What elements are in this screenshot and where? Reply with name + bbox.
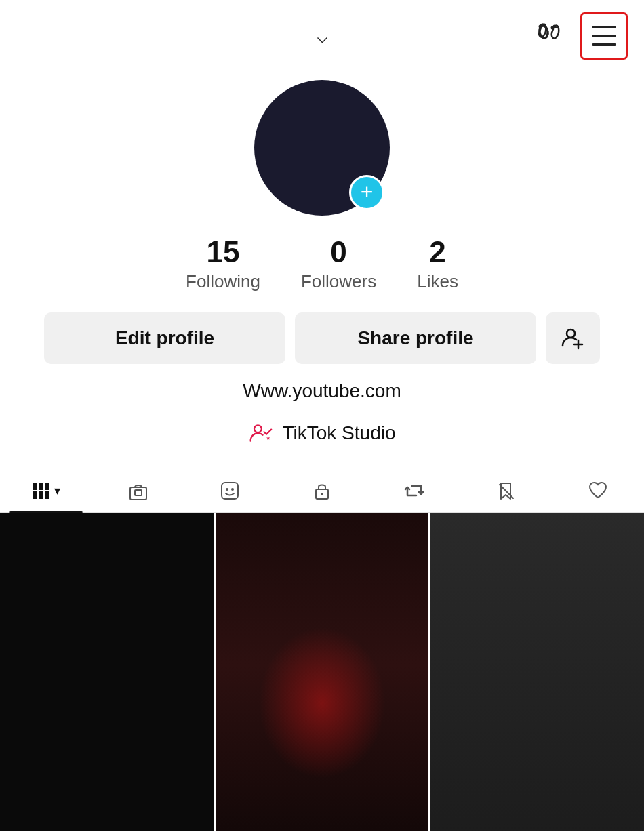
profile-section: + 15 Following 0 Followers 2 Likes Edit … xyxy=(0,66,644,467)
add-avatar-button[interactable]: + xyxy=(349,175,384,210)
plus-icon: + xyxy=(361,181,374,203)
tab-bar: ▾ xyxy=(0,467,644,513)
svg-rect-17 xyxy=(45,491,49,499)
svg-rect-20 xyxy=(222,483,238,499)
followers-stat[interactable]: 0 Followers xyxy=(301,236,376,292)
action-row: Edit profile Share profile xyxy=(44,312,600,364)
svg-point-22 xyxy=(231,488,234,491)
footprint-icon[interactable] xyxy=(534,22,568,49)
tab-private[interactable] xyxy=(276,467,368,512)
tab-bookmark[interactable] xyxy=(460,467,552,512)
tab-dropdown-arrow[interactable]: ▾ xyxy=(54,483,60,498)
menu-line-2 xyxy=(592,35,616,37)
chevron-down-icon[interactable]: ⌵ xyxy=(317,26,328,47)
followers-label: Followers xyxy=(301,271,376,292)
svg-rect-13 xyxy=(39,483,43,490)
top-bar-right xyxy=(534,12,628,60)
tiktok-studio-row[interactable]: TikTok Studio xyxy=(248,421,395,445)
video-thumb-2[interactable] xyxy=(216,513,429,831)
add-friend-button[interactable] xyxy=(546,312,600,364)
lock-icon xyxy=(312,481,332,501)
video-thumb-3[interactable] xyxy=(430,513,644,831)
svg-point-21 xyxy=(226,488,228,491)
svg-rect-12 xyxy=(33,483,37,490)
svg-rect-15 xyxy=(33,491,37,499)
likes-count: 2 xyxy=(429,236,445,268)
following-label: Following xyxy=(186,271,260,292)
tab-like[interactable] xyxy=(552,467,644,512)
tab-posts[interactable]: ▾ xyxy=(0,467,92,512)
svg-point-8 xyxy=(567,329,575,338)
add-friend-icon xyxy=(561,326,585,350)
video-thumb-1[interactable] xyxy=(0,513,214,831)
shop-icon xyxy=(128,481,148,501)
tiktok-studio-icon xyxy=(248,421,273,445)
followers-count: 0 xyxy=(330,236,346,268)
menu-line-1 xyxy=(592,26,616,28)
menu-line-3 xyxy=(592,43,616,46)
svg-point-24 xyxy=(321,493,323,495)
svg-point-11 xyxy=(254,426,262,433)
top-bar: ⌵ xyxy=(0,0,644,66)
svg-rect-14 xyxy=(45,483,49,490)
following-stat[interactable]: 15 Following xyxy=(186,236,260,292)
avatar-wrapper: + xyxy=(254,80,390,216)
tab-shop[interactable] xyxy=(92,467,184,512)
stats-row: 15 Following 0 Followers 2 Likes xyxy=(186,236,458,292)
svg-rect-19 xyxy=(135,490,142,495)
grid-icon xyxy=(31,481,50,500)
repost-icon xyxy=(404,481,424,501)
following-count: 15 xyxy=(207,236,240,268)
svg-rect-18 xyxy=(130,487,146,500)
bio-link[interactable]: Www.youtube.com xyxy=(243,380,401,402)
svg-rect-16 xyxy=(39,491,43,499)
likes-label: Likes xyxy=(417,271,458,292)
likes-stat[interactable]: 2 Likes xyxy=(417,236,458,292)
hamburger-menu-button[interactable] xyxy=(580,12,628,60)
tab-repost[interactable] xyxy=(368,467,460,512)
bookmark-icon xyxy=(496,481,516,501)
edit-profile-button[interactable]: Edit profile xyxy=(44,312,285,364)
sticker-icon xyxy=(220,481,240,501)
profile-switcher[interactable]: ⌵ xyxy=(317,25,328,47)
tiktok-studio-label: TikTok Studio xyxy=(282,422,395,444)
share-profile-button[interactable]: Share profile xyxy=(295,312,536,364)
video-grid xyxy=(0,513,644,831)
tab-sticker[interactable] xyxy=(184,467,276,512)
heart-icon xyxy=(588,481,608,501)
